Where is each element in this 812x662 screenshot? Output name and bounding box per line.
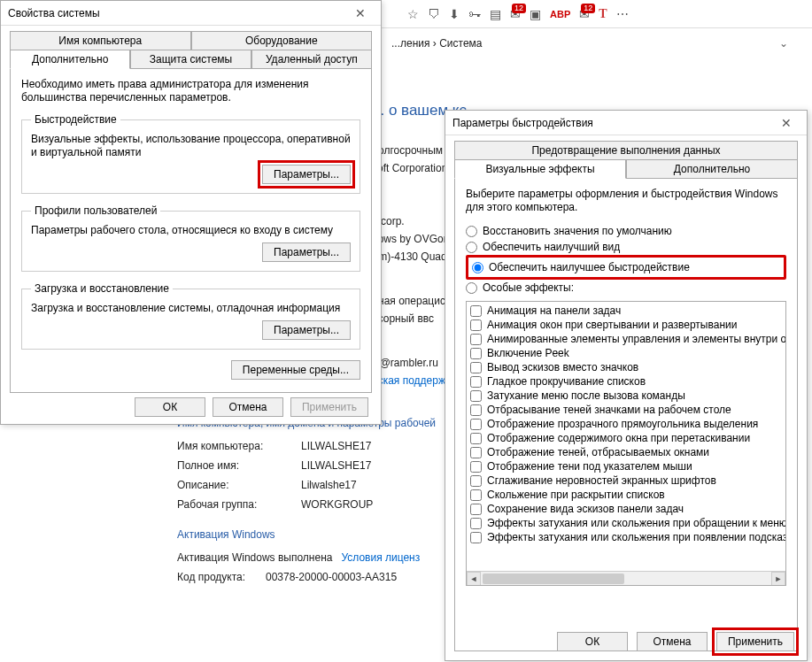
chevron-down-icon[interactable]: ⌄	[779, 37, 788, 50]
apply-button[interactable]: Применить	[290, 397, 368, 417]
effect-checkbox[interactable]	[470, 489, 482, 501]
mail2-icon[interactable]: ✉12	[579, 7, 590, 21]
close-icon[interactable]: ✕	[347, 6, 374, 20]
shield-icon[interactable]: ⛉	[428, 7, 440, 21]
radio-best-performance-highlight: Обеспечить наилучшее быстродействие	[466, 255, 786, 280]
mail-icon[interactable]: ✉12	[510, 7, 521, 21]
effect-checkbox[interactable]	[470, 461, 482, 473]
effect-item[interactable]: Эффекты затухания или скольжения при поя…	[470, 530, 782, 544]
effect-item[interactable]: Анимированные элементы управления и элем…	[470, 332, 782, 346]
license-terms-link[interactable]: Условия лиценз	[341, 549, 420, 566]
tabs-row-1: Предотвращение выполнения данных	[454, 141, 798, 160]
radio-input-default[interactable]	[466, 226, 477, 237]
profiles-settings-button[interactable]: Параметры...	[262, 242, 351, 262]
effect-checkbox[interactable]	[470, 376, 482, 388]
tab-dep[interactable]: Предотвращение выполнения данных	[454, 141, 798, 160]
effects-listbox[interactable]: Анимация на панели задачАнимация окон пр…	[466, 301, 786, 586]
effect-checkbox[interactable]	[470, 305, 482, 317]
effect-item[interactable]: Скольжение при раскрытии списков	[470, 488, 782, 502]
effect-item[interactable]: Отображение содержимого окна при перетас…	[470, 431, 782, 445]
scroll-left-icon[interactable]: ◄	[467, 572, 481, 586]
effect-checkbox[interactable]	[470, 362, 482, 373]
visual-effects-body: Выберите параметры оформления и быстроде…	[454, 179, 798, 651]
effect-item[interactable]: Сохранение вида эскизов панели задач	[470, 502, 782, 516]
radio-best-performance[interactable]: Обеспечить наилучшее быстродействие	[472, 259, 780, 275]
radio-custom[interactable]: Особые эффекты:	[466, 280, 786, 296]
startup-group-title: Загрузка и восстановление	[31, 282, 173, 295]
titlebar[interactable]: Параметры быстродействия ✕	[445, 111, 807, 135]
tab-computer-name[interactable]: Имя компьютера	[10, 31, 191, 50]
tab-remote[interactable]: Удаленный доступ	[251, 50, 372, 69]
effect-item[interactable]: Отбрасывание теней значками на рабочем с…	[470, 403, 782, 417]
performance-settings-button[interactable]: Параметры...	[262, 165, 351, 184]
performance-group-title: Быстродействие	[31, 113, 120, 126]
radio-best-appearance[interactable]: Обеспечить наилучший вид	[466, 239, 786, 255]
startup-desc: Загрузка и восстановление системы, отлад…	[31, 302, 351, 315]
cube-icon[interactable]: ▣	[530, 7, 541, 21]
env-vars-button[interactable]: Переменные среды...	[231, 360, 360, 380]
effect-checkbox[interactable]	[470, 518, 482, 529]
tab-advanced[interactable]: Дополнительно	[10, 50, 130, 69]
effect-checkbox[interactable]	[470, 532, 482, 543]
effect-checkbox[interactable]	[470, 475, 482, 487]
ext-icon[interactable]: ⋯	[616, 7, 629, 21]
apply-button[interactable]: Применить	[716, 632, 794, 651]
startup-group: Загрузка и восстановление Загрузка и вос…	[21, 282, 360, 350]
ok-button[interactable]: ОК	[557, 632, 628, 651]
abp-icon[interactable]: ABP	[550, 9, 570, 19]
note-icon[interactable]: ▤	[490, 7, 501, 21]
text-icon[interactable]: T	[599, 7, 607, 21]
tab-perf-advanced[interactable]: Дополнительно	[626, 159, 798, 179]
titlebar[interactable]: Свойства системы ✕	[1, 1, 381, 26]
effect-checkbox[interactable]	[470, 504, 482, 515]
ok-button[interactable]: ОК	[135, 397, 205, 417]
effect-item[interactable]: Сглаживание неровностей экранных шрифтов	[470, 473, 782, 488]
effect-checkbox[interactable]	[470, 319, 482, 331]
radio-input-bestlook[interactable]	[466, 242, 477, 253]
intro-text: Выберите параметры оформления и быстроде…	[466, 188, 786, 214]
effect-checkbox[interactable]	[470, 390, 482, 402]
effect-checkbox[interactable]	[470, 334, 482, 345]
dialog-title: Свойства системы	[8, 7, 347, 19]
close-icon[interactable]: ✕	[773, 116, 800, 130]
tab-hardware[interactable]: Оборудование	[191, 31, 373, 50]
key-icon[interactable]: 🗝	[468, 7, 481, 21]
radio-label: Особые эффекты:	[483, 281, 574, 294]
effect-checkbox[interactable]	[470, 419, 482, 430]
cancel-button[interactable]: Отмена	[213, 397, 283, 417]
effect-item[interactable]: Анимация на панели задач	[470, 304, 782, 318]
radio-label: Обеспечить наилучший вид	[483, 241, 620, 253]
effect-checkbox[interactable]	[470, 447, 482, 458]
effect-item[interactable]: Затухание меню после вызова команды	[470, 389, 782, 403]
effect-checkbox[interactable]	[470, 348, 482, 359]
effect-label: Анимация окон при свертывании и разверты…	[487, 319, 737, 331]
effect-label: Вывод эскизов вместо значков	[487, 361, 638, 373]
startup-settings-button[interactable]: Параметры...	[262, 320, 351, 340]
effect-checkbox[interactable]	[470, 433, 482, 444]
tab-system-protection[interactable]: Защита системы	[130, 50, 251, 69]
effect-item[interactable]: Эффекты затухания или скольжения при обр…	[470, 516, 782, 530]
performance-options-dialog: Параметры быстродействия ✕ Предотвращени…	[445, 110, 808, 661]
download-icon[interactable]: ⬇	[449, 7, 460, 21]
radio-let-windows-choose[interactable]: Восстановить значения по умолчанию	[466, 223, 786, 239]
effect-item[interactable]: Включение Peek	[470, 346, 782, 360]
star-icon[interactable]: ☆	[407, 7, 419, 21]
effect-checkbox[interactable]	[470, 404, 482, 416]
effect-item[interactable]: Отображение прозрачного прямоугольника в…	[470, 417, 782, 431]
profiles-group-title: Профили пользователей	[31, 204, 160, 217]
effect-label: Отображение теней, отбрасываемых окнами	[487, 446, 709, 458]
radio-input-custom[interactable]	[466, 282, 477, 294]
tab-visual-effects[interactable]: Визуальные эффекты	[454, 159, 626, 179]
cancel-button[interactable]: Отмена	[637, 632, 708, 651]
effect-item[interactable]: Отображение теней, отбрасываемых окнами	[470, 445, 782, 459]
scroll-right-icon[interactable]: ►	[771, 572, 785, 586]
effect-item[interactable]: Анимация окон при свертывании и разверты…	[470, 318, 782, 332]
effect-label: Анимированные элементы управления и элем…	[487, 333, 786, 345]
breadcrumb[interactable]: ...ления › Система	[391, 37, 483, 50]
effect-item[interactable]: Отображение тени под указателем мыши	[470, 459, 782, 473]
effect-item[interactable]: Гладкое прокручивание списков	[470, 374, 782, 389]
effect-item[interactable]: Вывод эскизов вместо значков	[470, 360, 782, 374]
scroll-thumb[interactable]	[483, 573, 624, 584]
radio-input-bestperf[interactable]	[472, 262, 483, 273]
horizontal-scrollbar[interactable]: ◄ ►	[467, 571, 785, 585]
